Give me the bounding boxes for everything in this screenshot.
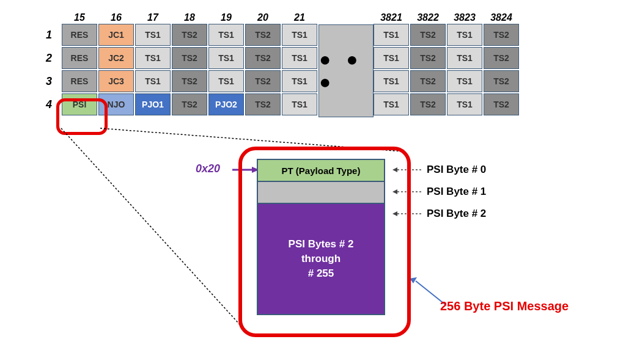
cell-ts2: TS2 [484,70,519,92]
psi-rest-line3: # 255 [308,266,334,281]
psi-rest-line1: PSI Bytes # 2 [289,237,354,252]
psi-byte2-label: PSI Byte # 2 [427,208,486,220]
cell-ts1: TS1 [135,47,171,69]
cell-ts2: TS2 [410,24,446,46]
col-header: 3821 [373,12,410,23]
col-header: 17 [134,12,171,23]
cell-ts1: TS1 [208,47,244,69]
cell-pjo2: PJO2 [208,93,244,115]
cell-ts2: TS2 [484,47,519,69]
table-row: 4PSINJOPJO1TS2PJO2TS2TS1TS1TS2TS1TS2 [37,93,520,116]
cell-res: RES [62,24,97,46]
cell-ts2: TS2 [484,93,519,115]
table-row: 3RESJC3TS1TS2TS1TS2TS1TS1TS2TS1TS2 [37,70,520,93]
frame-overhead-table: 151617181920213821382238233824 ● ● ● 1RE… [37,12,520,116]
cell-ts1: TS1 [447,24,482,46]
table-row: 2RESJC2TS1TS2TS1TS2TS1TS1TS2TS1TS2 [37,46,520,70]
cell-ts1: TS1 [282,24,317,46]
cell-ts1: TS1 [447,47,482,69]
cell-ts1: TS1 [374,47,409,69]
cell-ts1: TS1 [135,24,171,46]
col-header: 18 [171,12,208,23]
cell-ts1: TS1 [208,70,244,92]
hex-value-label: 0x20 [196,162,220,175]
psi-byte1-box [257,182,385,204]
cell-ts2: TS2 [245,93,281,115]
column-headers: 151617181920213821382238233824 [61,12,520,23]
col-header: 3822 [410,12,446,23]
cell-ts2: TS2 [410,47,446,69]
row-label: 4 [37,98,61,111]
cell-ts1: TS1 [208,24,244,46]
col-header: 21 [281,12,318,23]
col-header: 3823 [446,12,483,23]
psi-byte0-label: PSI Byte # 0 [427,164,486,176]
col-header: 16 [98,12,134,23]
row-label: 1 [37,29,61,42]
ellipsis-gap: ● ● ● [319,24,374,117]
cell-ts2: TS2 [245,70,281,92]
cell-jc1: JC1 [98,24,134,46]
cell-jc2: JC2 [98,47,134,69]
table-row: 1RESJC1TS1TS2TS1TS2TS1TS1TS2TS1TS2 [37,23,520,46]
cell-ts2: TS2 [172,70,207,92]
cell-ts2: TS2 [245,24,281,46]
grid-body: ● ● ● 1RESJC1TS1TS2TS1TS2TS1TS1TS2TS1TS2… [37,23,520,116]
cell-psi: PSI [62,93,97,115]
cell-pjo1: PJO1 [135,93,171,115]
cell-ts1: TS1 [282,47,317,69]
cell-res: RES [62,70,97,92]
col-header: 19 [208,12,245,23]
cell-res: RES [62,47,97,69]
cell-ts2: TS2 [410,93,446,115]
cell-ts1: TS1 [282,93,317,115]
cell-ts1: TS1 [282,70,317,92]
psi-message-detail: PT (Payload Type) PSI Bytes # 2 through … [245,153,410,309]
cell-ts1: TS1 [135,70,171,92]
cell-ts1: TS1 [374,70,409,92]
cell-ts2: TS2 [484,24,519,46]
cell-njo: NJO [98,93,134,115]
row-label: 2 [37,52,61,65]
psi-rest-line2: through [301,252,341,266]
cell-ts2: TS2 [172,47,207,69]
col-header: 3824 [483,12,520,23]
cell-ts1: TS1 [374,93,409,115]
svg-line-0 [61,128,245,330]
psi-payload-type-box: PT (Payload Type) [257,159,385,182]
psi-256byte-label: 256 Byte PSI Message [440,299,569,313]
cell-ts2: TS2 [172,93,207,115]
cell-ts1: TS1 [447,93,482,115]
col-header: 15 [61,12,98,23]
col-header: 20 [245,12,281,23]
cell-ts1: TS1 [447,70,482,92]
cell-jc3: JC3 [98,70,134,92]
row-label: 3 [37,75,61,88]
cell-ts2: TS2 [245,47,281,69]
psi-byte1-label: PSI Byte # 1 [427,186,486,198]
cell-ts2: TS2 [410,70,446,92]
cell-ts1: TS1 [374,24,409,46]
psi-bytes-rest-box: PSI Bytes # 2 through # 255 [257,204,385,315]
cell-ts2: TS2 [172,24,207,46]
